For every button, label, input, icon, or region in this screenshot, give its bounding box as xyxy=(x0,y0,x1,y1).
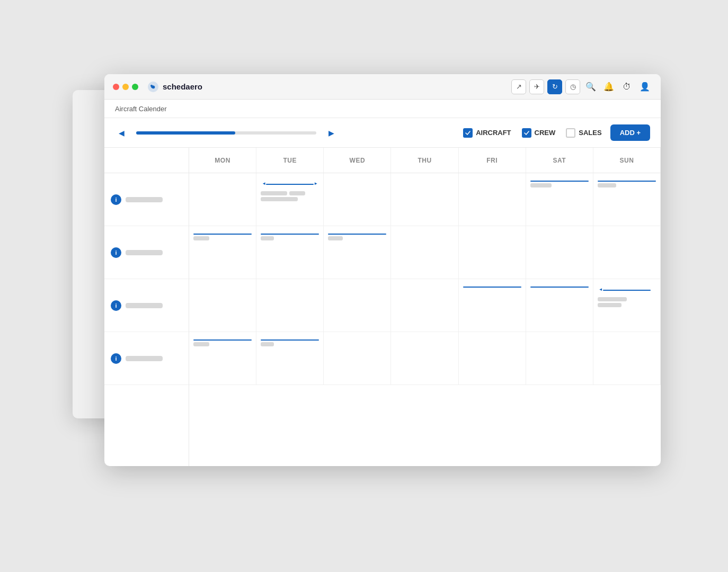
maximize-button[interactable] xyxy=(132,84,138,90)
row-labels: i i i i xyxy=(104,148,189,466)
row-label-2: i xyxy=(104,226,189,279)
cell-r2-thu xyxy=(391,226,458,279)
cell-r4-thu xyxy=(391,332,458,385)
cell-r1-sat[interactable] xyxy=(526,173,593,226)
titlebar: schedaero ↗ ✈ ↻ ◷ 🔍 🔔 ⏱ 👤 xyxy=(104,74,661,100)
crew-checkbox[interactable] xyxy=(522,128,531,138)
cell-r3-wed xyxy=(324,279,391,332)
logo-icon xyxy=(147,81,159,93)
event-sub-1-tue xyxy=(261,197,319,201)
traffic-lights xyxy=(113,84,138,90)
event-sub2-3-sun xyxy=(598,303,656,307)
toolbar-icons: ↗ ✈ ↻ ◷ 🔍 🔔 ⏱ 👤 xyxy=(511,79,652,94)
sales-checkbox[interactable] xyxy=(566,128,575,138)
calendar-grid: MON TUE WED THU FRI xyxy=(189,148,661,466)
cell-r1-mon xyxy=(189,173,256,226)
aircraft-filter[interactable]: AIRCRAFT xyxy=(463,128,511,138)
cell-r1-fri xyxy=(459,173,526,226)
breadcrumb-bar: Aircraft Calender xyxy=(104,100,661,118)
sales-filter[interactable]: SALES xyxy=(566,128,601,138)
cell-r2-sat xyxy=(526,226,593,279)
cell-r1-wed xyxy=(324,173,391,226)
label-ph-1 xyxy=(126,197,163,202)
minimize-button[interactable] xyxy=(122,84,129,90)
day-header-wed: WED xyxy=(324,148,391,173)
arrow-line-left xyxy=(603,290,651,291)
outer-wrapper: schedaero ↗ ✈ ↻ ◷ 🔍 🔔 ⏱ 👤 Aircraft Calen… xyxy=(73,74,655,498)
event-line-1-sat xyxy=(530,181,589,182)
history-icon-btn[interactable]: ⏱ xyxy=(619,79,634,94)
svg-point-1 xyxy=(150,85,153,87)
clock-icon-btn[interactable]: ◷ xyxy=(565,79,580,94)
bell-icon-btn[interactable]: 🔔 xyxy=(601,79,616,94)
day-header-tue: TUE xyxy=(256,148,324,173)
cell-r1-thu xyxy=(391,173,458,226)
cell-r4-sun xyxy=(593,332,661,385)
search-icon-btn[interactable]: 🔍 xyxy=(583,79,598,94)
add-button[interactable]: ADD + xyxy=(610,124,650,141)
cell-r2-sun xyxy=(593,226,661,279)
event-line-1-sun xyxy=(598,181,656,182)
share-icon-btn[interactable]: ↗ xyxy=(511,79,526,94)
label-ph-4 xyxy=(126,356,163,361)
day-header-sat: SAT xyxy=(526,148,593,173)
next-arrow[interactable]: ▶ xyxy=(325,127,338,139)
calendar-row-3 xyxy=(189,279,661,332)
cell-r4-fri xyxy=(459,332,526,385)
info-icon-1[interactable]: i xyxy=(111,194,121,205)
event-line-4-mon xyxy=(193,339,252,341)
filter-checkboxes: AIRCRAFT CREW SALES xyxy=(463,128,602,138)
progress-fill xyxy=(136,131,235,135)
day-header-thu: THU xyxy=(391,148,458,173)
cell-r2-fri xyxy=(459,226,526,279)
date-range-slider[interactable] xyxy=(136,131,316,135)
cell-r1-sun[interactable] xyxy=(593,173,661,226)
cell-r3-sun[interactable] xyxy=(593,279,661,332)
sales-label: SALES xyxy=(579,129,601,137)
cell-r2-tue[interactable] xyxy=(256,226,324,279)
cell-r3-fri[interactable] xyxy=(459,279,526,332)
main-window: schedaero ↗ ✈ ↻ ◷ 🔍 🔔 ⏱ 👤 Aircraft Calen… xyxy=(104,74,661,466)
row-label-3: i xyxy=(104,279,189,332)
day-header-fri: FRI xyxy=(459,148,526,173)
breadcrumb-text: Aircraft Calender xyxy=(115,105,167,113)
event-line-3-sat xyxy=(530,287,589,288)
calendar-row-1 xyxy=(189,173,661,226)
label-ph-3 xyxy=(126,303,163,308)
cell-r1-tue[interactable] xyxy=(256,173,324,226)
filter-bar: ◀ ▶ AIRCRAFT xyxy=(104,118,661,148)
event-info-1-tue xyxy=(261,191,319,195)
row-label-header xyxy=(104,148,189,173)
prev-arrow[interactable]: ◀ xyxy=(115,127,128,139)
event-line-4-tue xyxy=(261,339,319,341)
cell-r3-thu xyxy=(391,279,458,332)
day-header-mon: MON xyxy=(189,148,256,173)
aircraft-checkbox[interactable] xyxy=(463,128,473,138)
day-header-sun: SUN xyxy=(593,148,661,173)
aircraft-label: AIRCRAFT xyxy=(476,129,511,137)
close-button[interactable] xyxy=(113,84,119,90)
cell-r2-mon[interactable] xyxy=(189,226,256,279)
user-icon-btn[interactable]: 👤 xyxy=(637,79,652,94)
cell-r3-sat[interactable] xyxy=(526,279,593,332)
info-icon-2[interactable]: i xyxy=(111,247,121,258)
event-line-2-mon xyxy=(193,234,252,235)
add-button-label: ADD + xyxy=(620,129,641,137)
event-arrow-3-sun xyxy=(598,285,656,295)
checkmark-icon xyxy=(465,131,470,135)
refresh-icon-btn[interactable]: ↻ xyxy=(547,79,562,94)
row-label-1: i xyxy=(104,173,189,226)
cell-r2-wed[interactable] xyxy=(324,226,391,279)
cell-r3-tue xyxy=(256,279,324,332)
main-content: i i i i xyxy=(104,148,661,466)
info-icon-4[interactable]: i xyxy=(111,353,121,364)
info-icon-3[interactable]: i xyxy=(111,300,121,311)
crew-filter[interactable]: CREW xyxy=(522,128,556,138)
cell-r4-mon[interactable] xyxy=(189,332,256,385)
calendar-row-4 xyxy=(189,332,661,385)
row-label-4: i xyxy=(104,332,189,385)
airplane-icon-btn[interactable]: ✈ xyxy=(529,79,544,94)
cell-r4-tue[interactable] xyxy=(256,332,324,385)
event-line-2-tue xyxy=(261,234,319,235)
cell-r4-wed xyxy=(324,332,391,385)
